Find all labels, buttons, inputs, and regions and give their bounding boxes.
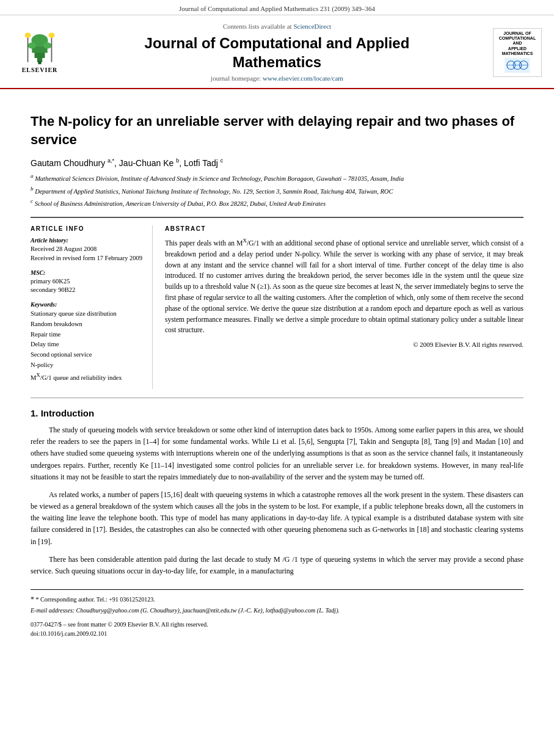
bottom-line-2: doi:10.1016/j.cam.2009.02.101 <box>31 629 523 638</box>
bottom-copyright-info: 0377-0427/$ – see front matter © 2009 El… <box>31 620 523 638</box>
copyright-text: © 2009 Elsevier B.V. All rights reserved… <box>165 341 523 348</box>
svg-point-5 <box>43 43 52 49</box>
journal-homepage: journal homepage: www.elsevier.com/locat… <box>73 75 481 82</box>
sciencedirect-text: ScienceDirect <box>293 23 331 30</box>
journal-citation-text: Journal of Computational and Applied Mat… <box>179 5 375 12</box>
footnote-section: * * Corresponding author. Tel.: +91 0361… <box>31 589 523 615</box>
elsevier-tree-icon <box>21 31 58 65</box>
svg-point-9 <box>24 33 31 38</box>
journal-title: Journal of Computational and Applied Mat… <box>73 34 481 71</box>
intro-paragraph-1: The study of queueing models with servic… <box>31 424 523 483</box>
history-group: Article history: Received 28 August 2008… <box>31 237 144 263</box>
section-divider <box>31 398 523 398</box>
svg-rect-6 <box>38 61 41 64</box>
svg-point-10 <box>48 33 54 38</box>
keyword-5: Second optional service <box>31 350 144 360</box>
journal-logo-right: JOURNAL OFCOMPUTATIONAL ANDAPPLIEDMATHEM… <box>487 28 542 77</box>
keyword-7: MX/G/1 queue and reliability index <box>31 371 144 383</box>
journal-logo-graphic <box>502 58 533 73</box>
intro-paragraph-2: As related works, a number of papers [15… <box>31 489 523 548</box>
journal-citation-header: Journal of Computational and Applied Mat… <box>0 0 554 15</box>
keyword-4: Delay time <box>31 340 144 350</box>
abstract-column: ABSTRACT This paper deals with an MX/G/1… <box>165 225 523 389</box>
elsevier-logo: ELSEVIER <box>12 31 67 73</box>
article-title: The N-policy for an unreliable server wi… <box>31 112 523 148</box>
footnote-email: E-mail addresses: Choudhuryg@yahoo.com (… <box>31 606 523 615</box>
keyword-3: Repair time <box>31 330 144 340</box>
bottom-line-1: 0377-0427/$ – see front matter © 2009 El… <box>31 620 523 629</box>
affiliation-b: b Department of Applied Statistics, Nati… <box>31 185 523 196</box>
page: Journal of Computational and Applied Mat… <box>0 0 554 756</box>
affiliation-a: a Mathematical Sciences Division, Instit… <box>31 172 523 183</box>
history-label: Article history: <box>31 237 144 244</box>
elsevier-logo-section: ELSEVIER <box>12 31 67 73</box>
keyword-6: N-policy <box>31 360 144 371</box>
received-date: Received 28 August 2008 <box>31 245 144 254</box>
journal-title-section: Contents lists available at ScienceDirec… <box>67 23 487 82</box>
keyword-2: Random breakdown <box>31 319 144 330</box>
authors-line: Gautam Choudhury a,*, Jau-Chuan Ke b, Lo… <box>31 158 523 168</box>
contents-label: Contents lists available at <box>223 23 292 30</box>
article-info-column: ARTICLE INFO Article history: Received 2… <box>31 225 153 389</box>
introduction-title: 1. Introduction <box>31 408 523 418</box>
affiliations: a Mathematical Sciences Division, Instit… <box>31 172 523 208</box>
section-title-text: Introduction <box>41 408 94 418</box>
msc-secondary: secondary 90B22 <box>31 286 144 295</box>
elsevier-brand-text: ELSEVIER <box>22 67 58 73</box>
journal-header: ELSEVIER Contents lists available at Sci… <box>0 15 554 89</box>
received-revised-date: Received in revised form 17 February 200… <box>31 254 144 263</box>
msc-group: MSC: primary 60K25 secondary 90B22 <box>31 269 144 295</box>
intro-paragraph-3: There has been considerable attention pa… <box>31 554 523 577</box>
sciencedirect-link: Contents lists available at ScienceDirec… <box>73 23 481 30</box>
keyword-1: Stationary queue size distribution <box>31 309 144 319</box>
footnote-star-note: * * Corresponding author. Tel.: +91 0361… <box>31 594 523 605</box>
article-info-label: ARTICLE INFO <box>31 225 144 232</box>
section-number: 1. <box>31 408 38 418</box>
abstract-text: This paper deals with an MX/G/1 with an … <box>165 237 523 336</box>
svg-point-4 <box>28 43 37 49</box>
keywords-group: Keywords: Stationary queue size distribu… <box>31 301 144 383</box>
homepage-url: www.elsevier.com/locate/cam <box>263 75 343 82</box>
keywords-label: Keywords: <box>31 301 144 308</box>
journal-cover-logo: JOURNAL OFCOMPUTATIONAL ANDAPPLIEDMATHEM… <box>493 28 542 77</box>
header-divider <box>31 217 523 218</box>
msc-primary: primary 60K25 <box>31 277 144 286</box>
abstract-label: ABSTRACT <box>165 225 523 232</box>
affiliation-c: c School of Business Administration, Ame… <box>31 197 523 208</box>
keywords-list: Stationary queue size distribution Rando… <box>31 309 144 383</box>
info-abstract-section: ARTICLE INFO Article history: Received 2… <box>31 225 523 389</box>
msc-label: MSC: <box>31 269 144 276</box>
main-content: The N-policy for an unreliable server wi… <box>0 89 554 650</box>
